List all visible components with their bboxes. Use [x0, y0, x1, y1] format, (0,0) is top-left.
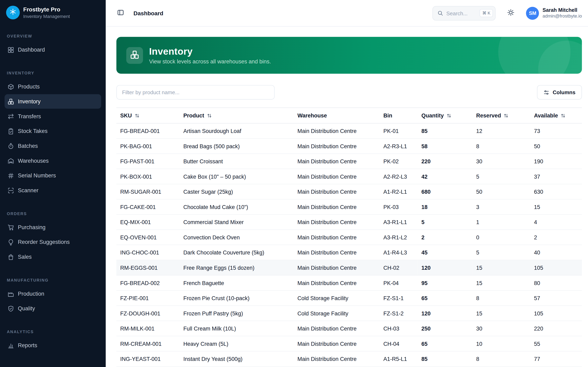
- table-row[interactable]: PK-BAG-001 Bread Bags (500 pack) Main Di…: [116, 138, 582, 154]
- cell-warehouse: Cold Storage Facility: [294, 306, 380, 321]
- cell-warehouse: Main Distribution Centre: [294, 260, 380, 275]
- cell-quantity: 120: [417, 306, 472, 321]
- sidebar-item-transfers[interactable]: Transfers: [4, 109, 101, 124]
- sidebar-item-reports[interactable]: Reports: [4, 338, 101, 352]
- table-row[interactable]: RM-EGGS-001 Free Range Eggs (15 dozen) M…: [116, 260, 582, 275]
- sort-icon[interactable]: [207, 113, 212, 118]
- sidebar-section-label: ANALYTICS: [4, 329, 101, 334]
- cell-reserved: 8: [472, 291, 530, 306]
- table-row[interactable]: FG-BREAD-001 Artisan Sourdough Loaf Main…: [116, 123, 582, 139]
- cell-product: Heavy Cream (5L): [180, 336, 294, 351]
- table-row[interactable]: FZ-DOUGH-001 Frozen Puff Pastry (5kg) Co…: [116, 306, 582, 321]
- page-title: Dashboard: [134, 10, 163, 16]
- sort-icon[interactable]: [135, 113, 139, 118]
- sort-icon[interactable]: [447, 113, 451, 118]
- cell-bin: A1-R4-L3: [380, 245, 417, 260]
- cell-product: Chocolate Mud Cake (10"): [180, 199, 294, 215]
- cell-quantity: 65: [417, 336, 472, 351]
- table-row[interactable]: ING-CHOC-001 Dark Chocolate Couverture (…: [116, 245, 582, 260]
- sort-icon[interactable]: [504, 113, 509, 118]
- cell-product: Frozen Puff Pastry (5kg): [180, 306, 294, 321]
- cell-bin: A1-R2-L1: [380, 184, 417, 200]
- cell-product: Convection Deck Oven: [180, 230, 294, 245]
- table-row[interactable]: FG-PAST-001 Butter Croissant Main Distri…: [116, 154, 582, 169]
- sidebar-section: MANUFACTURING Production Quality: [4, 278, 101, 316]
- sidebar-item-products[interactable]: Products: [4, 79, 101, 94]
- purchasing-icon: [8, 224, 14, 230]
- table-row[interactable]: RM-CREAM-001 Heavy Cream (5L) Main Distr…: [116, 336, 582, 351]
- table-toolbar: Columns: [116, 85, 582, 100]
- user-menu[interactable]: SM Sarah Mitchell admin@frostbyte.io: [526, 7, 582, 20]
- cell-reserved: 50: [472, 184, 530, 200]
- cell-sku: PK-BOX-001: [116, 169, 180, 184]
- cell-warehouse: Main Distribution Centre: [294, 321, 380, 336]
- table-body: FG-BREAD-001 Artisan Sourdough Loaf Main…: [116, 123, 582, 367]
- sidebar-item-scanner[interactable]: Scanner: [4, 183, 101, 198]
- table-row[interactable]: PK-BOX-001 Cake Box (10" – 50 pack) Main…: [116, 169, 582, 184]
- cell-quantity: 2: [417, 230, 472, 245]
- sidebar-item-batches[interactable]: Batches: [4, 139, 101, 153]
- cell-quantity: 18: [417, 199, 472, 215]
- column-header-sku[interactable]: SKU: [116, 108, 180, 123]
- table-row[interactable]: RM-SUGAR-001 Caster Sugar (25kg) Main Di…: [116, 184, 582, 200]
- brand: Frostbyte Pro Inventory Management: [0, 0, 106, 25]
- sidebar-item-stock-takes[interactable]: Stock Takes: [4, 124, 101, 138]
- column-header-quantity[interactable]: Quantity: [417, 108, 472, 123]
- sidebar-item-warehouses[interactable]: Warehouses: [4, 154, 101, 168]
- reorder-suggestions-icon: [8, 239, 14, 245]
- cell-bin: PK-03: [380, 199, 417, 215]
- boxes-icon: [130, 50, 139, 60]
- table-row[interactable]: FG-CAKE-001 Chocolate Mud Cake (10") Mai…: [116, 199, 582, 215]
- sales-icon: [8, 254, 14, 260]
- warehouses-icon: [8, 157, 14, 164]
- cell-bin: PK-02: [380, 154, 417, 169]
- dashboard-icon: [8, 47, 14, 53]
- cell-warehouse: Main Distribution Centre: [294, 154, 380, 169]
- sidebar-item-sales[interactable]: Sales: [4, 250, 101, 264]
- cell-bin: CH-02: [380, 260, 417, 275]
- sidebar-item-dashboard[interactable]: Dashboard: [4, 43, 101, 57]
- cell-bin: A3-R1-L1: [380, 215, 417, 230]
- sidebar-item-inventory[interactable]: Inventory: [4, 94, 101, 109]
- table-row[interactable]: RM-MILK-001 Full Cream Milk (10L) Main D…: [116, 321, 582, 336]
- theme-toggle-button[interactable]: [504, 6, 518, 20]
- cell-quantity: 85: [417, 123, 472, 139]
- sidebar-item-purchasing[interactable]: Purchasing: [4, 220, 101, 234]
- snowflake-logo-icon: [9, 8, 17, 17]
- table-row[interactable]: FG-BREAD-002 French Baguette Main Distri…: [116, 275, 582, 291]
- table-row[interactable]: FZ-PIE-001 Frozen Pie Crust (10-pack) Co…: [116, 291, 582, 306]
- sidebar-item-quality[interactable]: Quality: [4, 301, 101, 316]
- table-row[interactable]: EQ-MIX-001 Commercial Stand Mixer Main D…: [116, 215, 582, 230]
- cell-sku: FG-PAST-001: [116, 154, 180, 169]
- table-row[interactable]: ING-YEAST-001 Instant Dry Yeast (500g) M…: [116, 351, 582, 367]
- sidebar-section: ANALYTICS Reports: [4, 329, 101, 353]
- column-header-available[interactable]: Available: [530, 108, 582, 123]
- column-header-product[interactable]: Product: [180, 108, 294, 123]
- table-header-row: SKU Product Warehouse Bin Quantity Reser…: [116, 108, 582, 123]
- cell-product: Artisan Sourdough Loaf: [180, 123, 294, 139]
- cell-warehouse: Main Distribution Centre: [294, 138, 380, 154]
- cell-reserved: 30: [472, 321, 530, 336]
- sidebar-item-production[interactable]: Production: [4, 286, 101, 301]
- user-name: Sarah Mitchell: [543, 7, 582, 13]
- cell-bin: PK-01: [380, 123, 417, 139]
- global-search[interactable]: ⌘ K: [433, 6, 496, 20]
- cell-quantity: 120: [417, 260, 472, 275]
- cell-quantity: 65: [417, 291, 472, 306]
- table-row[interactable]: EQ-OVEN-001 Convection Deck Oven Main Di…: [116, 230, 582, 245]
- sidebar-toggle-button[interactable]: [114, 7, 127, 20]
- sort-icon[interactable]: [561, 113, 566, 118]
- sidebar-item-reorder-suggestions[interactable]: Reorder Suggestions: [4, 235, 101, 249]
- cell-quantity: 220: [417, 154, 472, 169]
- cell-sku: FG-BREAD-002: [116, 275, 180, 291]
- banner-icon-tile: [126, 47, 143, 64]
- sidebar-section: OVERVIEW Dashboard: [4, 34, 101, 57]
- sidebar-item-serial-numbers[interactable]: Serial Numbers: [4, 168, 101, 183]
- cell-reserved: 5: [472, 245, 530, 260]
- search-shortcut-badge: ⌘ K: [480, 9, 493, 17]
- column-header-reserved[interactable]: Reserved: [472, 108, 530, 123]
- product-filter-input[interactable]: [116, 85, 275, 100]
- cell-available: 80: [530, 275, 582, 291]
- search-input[interactable]: [446, 10, 476, 16]
- columns-button[interactable]: Columns: [537, 85, 582, 100]
